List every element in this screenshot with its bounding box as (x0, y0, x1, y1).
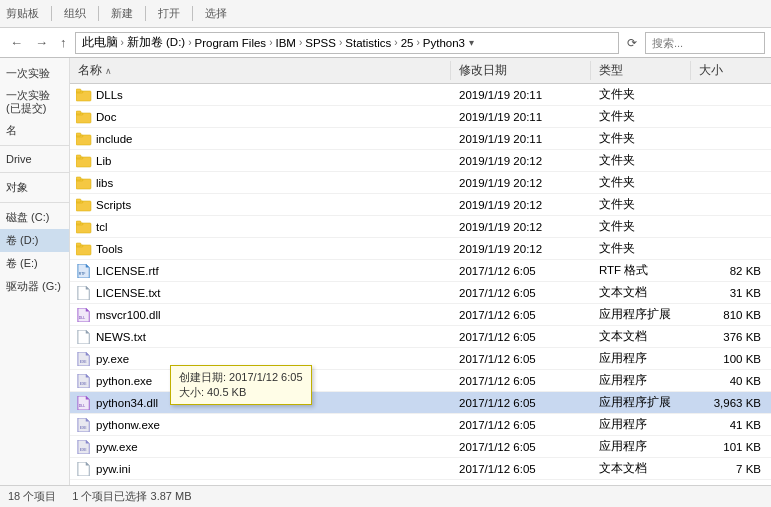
file-size (691, 94, 771, 96)
file-modified: 2019/1/19 20:11 (451, 110, 591, 124)
path-segment-4: SPSS (305, 37, 336, 49)
sidebar-item-object[interactable]: 对象 (0, 176, 69, 199)
file-modified: 2017/1/12 6:05 (451, 308, 591, 322)
file-name-cell: EXE pyw.exe (70, 439, 451, 455)
sidebar-item-drive[interactable]: Drive (0, 149, 69, 169)
path-bar[interactable]: 此电脑 › 新加卷 (D:) › Program Files › IBM › S… (75, 32, 620, 54)
file-modified: 2019/1/19 20:12 (451, 198, 591, 212)
sidebar-item-0[interactable]: 一次实验 (0, 62, 69, 85)
table-row[interactable]: EXE pythonw.exe 2017/1/12 6:05 应用程序 41 K… (70, 414, 771, 436)
back-button[interactable]: ← (6, 33, 27, 52)
file-name: include (96, 133, 132, 145)
sidebar-item-d[interactable]: 卷 (D:) (0, 229, 69, 252)
svg-text:EXE: EXE (80, 360, 88, 364)
table-row[interactable]: libs 2019/1/19 20:12 文件夹 (70, 172, 771, 194)
search-input[interactable] (645, 32, 765, 54)
file-modified: 2019/1/19 20:11 (451, 132, 591, 146)
svg-rect-11 (76, 155, 81, 158)
file-size (691, 182, 771, 184)
svg-rect-20 (76, 221, 81, 224)
file-kind: 文本文档 (591, 328, 691, 345)
table-row[interactable]: DLL msvcr100.dll 2017/1/12 6:05 应用程序扩展 8… (70, 304, 771, 326)
table-row[interactable]: Scripts 2019/1/19 20:12 文件夹 (70, 194, 771, 216)
tooltip-box: 创建日期: 2017/1/12 6:05 大小: 40.5 KB (170, 365, 312, 405)
sidebar-item-2[interactable]: 名 (0, 119, 69, 142)
file-name: LICENSE.rtf (96, 265, 159, 277)
path-dropdown-icon[interactable]: ▾ (469, 37, 474, 48)
file-name-cell: DLLs (70, 87, 451, 103)
file-size (691, 248, 771, 250)
file-name: DLLs (96, 89, 123, 101)
folder-icon (76, 110, 92, 124)
file-name: msvcr100.dll (96, 309, 161, 321)
svg-rect-5 (76, 111, 81, 114)
file-size: 82 KB (691, 264, 771, 278)
file-name: py.exe (96, 353, 129, 365)
file-name: pythonw.exe (96, 419, 160, 431)
col-modified-header[interactable]: 修改日期 (451, 61, 591, 80)
file-kind: 应用程序扩展 (591, 394, 691, 411)
sidebar-item-e[interactable]: 卷 (E:) (0, 252, 69, 275)
table-row[interactable]: Tools 2019/1/19 20:12 文件夹 (70, 238, 771, 260)
file-size: 101 KB (691, 440, 771, 454)
refresh-button[interactable]: ⟳ (623, 34, 641, 52)
file-kind: 应用程序 (591, 438, 691, 455)
dll-icon: DLL (76, 396, 92, 410)
col-name-header[interactable]: 名称 ∧ (70, 61, 451, 80)
file-name: pyw.ini (96, 463, 131, 475)
file-kind: 文件夹 (591, 174, 691, 191)
folder-icon (76, 154, 92, 168)
table-row[interactable]: pyw.ini 2017/1/12 6:05 文本文档 7 KB (70, 458, 771, 480)
table-row[interactable]: LICENSE.txt 2017/1/12 6:05 文本文档 31 KB (70, 282, 771, 304)
path-segment-6: 25 (401, 37, 414, 49)
sidebar-item-1[interactable]: 一次实验(已提交) (0, 85, 69, 119)
file-name: python.exe (96, 375, 152, 387)
table-row[interactable]: NEWS.txt 2017/1/12 6:05 文本文档 376 KB (70, 326, 771, 348)
sidebar-item-c[interactable]: 磁盘 (C:) (0, 206, 69, 229)
file-modified: 2019/1/19 20:12 (451, 220, 591, 234)
col-type-header[interactable]: 类型 (591, 61, 691, 80)
svg-text:EXE: EXE (80, 448, 88, 452)
exe-icon: EXE (76, 352, 92, 366)
table-row[interactable]: EXE pyw.exe 2017/1/12 6:05 应用程序 101 KB (70, 436, 771, 458)
file-size: 376 KB (691, 330, 771, 344)
table-row[interactable]: include 2019/1/19 20:11 文件夹 (70, 128, 771, 150)
file-name-cell: DLL msvcr100.dll (70, 307, 451, 323)
col-sort-icon: ∧ (105, 66, 112, 76)
sidebar-item-g[interactable]: 驱动器 (G:) (0, 275, 69, 298)
file-size: 40 KB (691, 374, 771, 388)
file-icon (76, 286, 92, 300)
col-size-header[interactable]: 大小 (691, 61, 771, 80)
file-name: LICENSE.txt (96, 287, 161, 299)
table-row[interactable]: Doc 2019/1/19 20:11 文件夹 (70, 106, 771, 128)
file-modified: 2019/1/19 20:11 (451, 88, 591, 102)
file-kind: 文件夹 (591, 86, 691, 103)
file-icon (76, 330, 92, 344)
forward-button[interactable]: → (31, 33, 52, 52)
file-modified: 2017/1/12 6:05 (451, 264, 591, 278)
file-name-cell: NEWS.txt (70, 329, 451, 345)
file-list-area: 名称 ∧ 修改日期 类型 大小 DLLs 2019/1/19 20:11 文件夹 (70, 58, 771, 485)
file-name-cell: EXE pythonw.exe (70, 417, 451, 433)
file-size (691, 204, 771, 206)
file-size: 810 KB (691, 308, 771, 322)
file-modified: 2017/1/12 6:05 (451, 396, 591, 410)
main-area: 一次实验 一次实验(已提交) 名 Drive 对象 磁盘 (C:) 卷 (D:)… (0, 58, 771, 485)
folder-icon (76, 132, 92, 146)
table-row[interactable]: tcl 2019/1/19 20:12 文件夹 (70, 216, 771, 238)
file-name: Scripts (96, 199, 131, 211)
rtf-icon: RTF (76, 264, 92, 278)
path-arrow-0: › (121, 37, 124, 48)
toolbar-group-open: 打开 (158, 6, 193, 21)
sidebar-divider-2 (0, 172, 69, 173)
toolbar-group-clipboard: 剪贴板 (6, 6, 52, 21)
path-arrow-3: › (299, 37, 302, 48)
up-button[interactable]: ↑ (56, 33, 71, 52)
table-row[interactable]: Lib 2019/1/19 20:12 文件夹 (70, 150, 771, 172)
table-row[interactable]: DLLs 2019/1/19 20:11 文件夹 (70, 84, 771, 106)
file-modified: 2017/1/12 6:05 (451, 440, 591, 454)
sidebar: 一次实验 一次实验(已提交) 名 Drive 对象 磁盘 (C:) 卷 (D:)… (0, 58, 70, 485)
path-arrow-6: › (416, 37, 419, 48)
table-row[interactable]: RTF LICENSE.rtf 2017/1/12 6:05 RTF 格式 82… (70, 260, 771, 282)
toolbar-group-select: 选择 (205, 6, 239, 21)
